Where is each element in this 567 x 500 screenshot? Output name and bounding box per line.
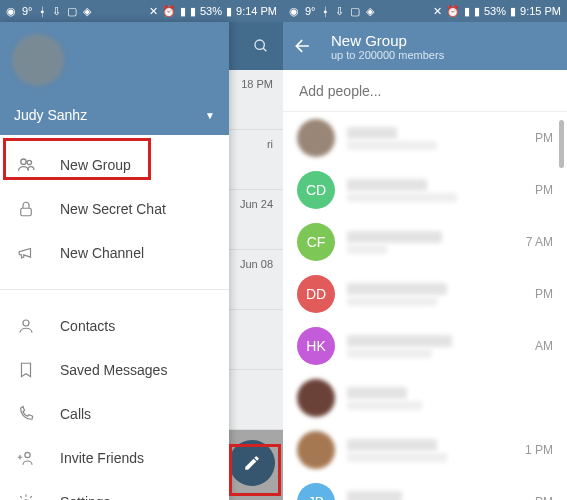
back-arrow-icon[interactable] [293, 36, 313, 56]
mic-icon: ⍿ [322, 5, 329, 17]
chevron-down-icon[interactable]: ▼ [205, 110, 215, 121]
user-avatar[interactable] [12, 34, 64, 86]
contact-time: PM [535, 287, 553, 301]
menu-invite-friends[interactable]: Invite Friends [0, 436, 229, 480]
contact-avatar-photo [297, 379, 335, 417]
background-chat-list: 18 PM ri Jun 24 Jun 08 [229, 22, 283, 500]
megaphone-icon [16, 244, 36, 262]
contact-row[interactable]: 1 PM [283, 424, 567, 476]
menu-label: New Channel [60, 245, 144, 261]
contact-time: AM [535, 339, 553, 353]
contact-status-blurred [347, 297, 437, 306]
compose-fab[interactable] [229, 440, 275, 486]
contact-status-blurred [347, 193, 457, 202]
search-icon[interactable] [253, 38, 269, 54]
contact-info [347, 335, 523, 358]
contact-info [347, 127, 523, 150]
mute-icon: ✕ [433, 5, 442, 18]
menu-calls[interactable]: Calls [0, 392, 229, 436]
contact-avatar-initials: CD [297, 171, 335, 209]
contact-info [347, 439, 513, 462]
contact-name-blurred [347, 231, 442, 243]
svg-point-0 [255, 40, 264, 49]
contact-list[interactable]: PMCDPMCF7 AMDDPMHKAM1 PMJBPM [283, 112, 567, 500]
contact-status-blurred [347, 401, 422, 410]
contact-row[interactable]: DDPM [283, 268, 567, 320]
divider [0, 289, 229, 290]
contact-info [347, 179, 523, 202]
contact-row[interactable] [283, 372, 567, 424]
menu-new-channel[interactable]: New Channel [0, 231, 229, 275]
location-icon: ◉ [6, 5, 16, 18]
contact-time: PM [535, 131, 553, 145]
signal-icon: ▮ [464, 5, 470, 18]
menu-label: New Secret Chat [60, 201, 166, 217]
mic-icon: ⍿ [39, 5, 46, 17]
screen-icon: ▢ [350, 5, 360, 18]
scrollbar[interactable] [559, 120, 564, 168]
contact-status-blurred [347, 141, 437, 150]
contact-avatar-photo [297, 119, 335, 157]
contact-info [347, 231, 514, 254]
contact-row[interactable]: HKAM [283, 320, 567, 372]
drawer-username: Judy Sanhz [14, 107, 87, 123]
add-person-icon [16, 449, 36, 467]
contact-avatar-photo [297, 431, 335, 469]
contact-avatar-initials: CF [297, 223, 335, 261]
menu-saved-messages[interactable]: Saved Messages [0, 348, 229, 392]
svg-point-3 [27, 160, 31, 164]
contact-row[interactable]: CF7 AM [283, 216, 567, 268]
contact-info [347, 283, 523, 306]
contact-status-blurred [347, 245, 387, 254]
signal-icon: ▮ [180, 5, 186, 18]
menu-secret-chat[interactable]: New Secret Chat [0, 187, 229, 231]
status-bar: ◉ 9° ⍿ ⇩ ▢ ◈ ✕ ⏰ ▮ ▮ 53% ▮ 9:14 PM [0, 0, 283, 22]
contact-info [347, 387, 541, 410]
menu-label: Settings [60, 494, 111, 500]
status-bar: ◉ 9° ⍿ ⇩ ▢ ◈ ✕ ⏰ ▮ ▮ 53% ▮ 9:15 PM [283, 0, 567, 22]
svg-point-6 [25, 452, 30, 457]
battery-percent: 53% [484, 5, 506, 17]
contact-name-blurred [347, 491, 402, 501]
hand-icon: ◈ [83, 5, 91, 18]
navigation-drawer: Judy Sanhz ▼ New Group New Secret Chat [0, 22, 229, 500]
drawer-header[interactable]: Judy Sanhz ▼ [0, 22, 229, 135]
gear-icon [16, 493, 36, 500]
clock: 9:14 PM [236, 5, 277, 17]
contact-status-blurred [347, 453, 447, 462]
header-title: New Group [331, 32, 444, 49]
contact-avatar-initials: DD [297, 275, 335, 313]
contact-name-blurred [347, 387, 407, 399]
contact-time: PM [535, 183, 553, 197]
temperature: 9° [22, 5, 33, 17]
screen-icon: ▢ [67, 5, 77, 18]
menu-label: Contacts [60, 318, 115, 334]
contact-row[interactable]: PM [283, 112, 567, 164]
menu-settings[interactable]: Settings [0, 480, 229, 500]
signal-icon: ▮ [190, 5, 196, 18]
contact-row[interactable]: CDPM [283, 164, 567, 216]
hand-icon: ◈ [366, 5, 374, 18]
menu-label: Invite Friends [60, 450, 144, 466]
menu-contacts[interactable]: Contacts [0, 304, 229, 348]
phone-icon [16, 405, 36, 423]
add-people-input[interactable] [299, 83, 551, 99]
menu-new-group[interactable]: New Group [0, 143, 229, 187]
lock-icon [16, 200, 36, 218]
temperature: 9° [305, 5, 316, 17]
signal-icon: ▮ [474, 5, 480, 18]
search-row[interactable] [283, 70, 567, 112]
menu-label: New Group [60, 157, 131, 173]
download-icon: ⇩ [52, 5, 61, 18]
contact-row[interactable]: JBPM [283, 476, 567, 500]
battery-percent: 53% [200, 5, 222, 17]
svg-rect-4 [21, 208, 32, 216]
contact-name-blurred [347, 127, 397, 139]
contact-name-blurred [347, 439, 437, 451]
location-icon: ◉ [289, 5, 299, 18]
alarm-icon: ⏰ [162, 5, 176, 18]
contact-name-blurred [347, 335, 452, 347]
bookmark-icon [16, 361, 36, 379]
alarm-icon: ⏰ [446, 5, 460, 18]
person-icon [16, 317, 36, 335]
